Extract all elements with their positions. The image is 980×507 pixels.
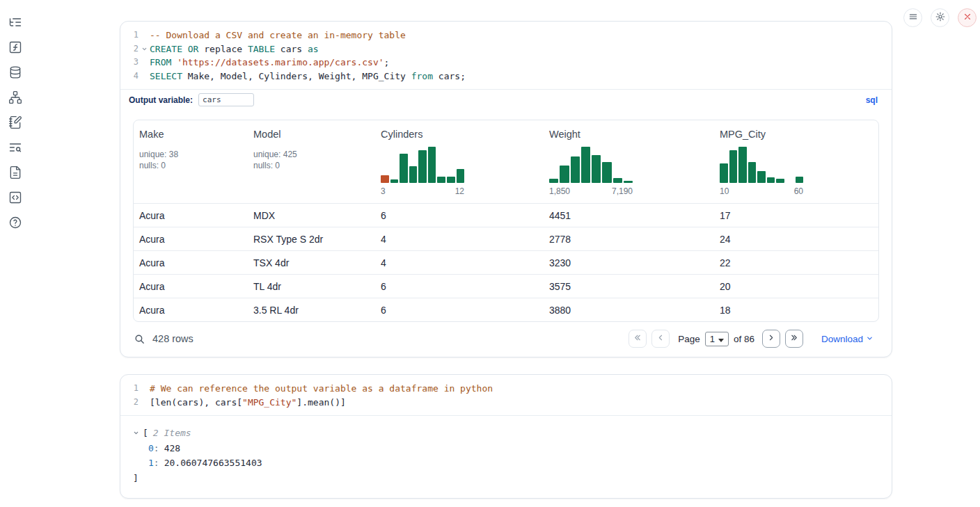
chevron-right-icon: [766, 333, 775, 344]
tree-collapse-icon[interactable]: [133, 430, 143, 436]
histogram-bar[interactable]: [613, 178, 622, 183]
dependency-graph-icon[interactable]: [7, 89, 24, 106]
column-name: Model: [253, 129, 370, 140]
download-button[interactable]: Download: [821, 334, 874, 344]
datasources-icon[interactable]: [7, 64, 24, 81]
table-body: AcuraMDX6445117AcuraRSX Type S 2dr427782…: [134, 203, 878, 321]
histogram-bar[interactable]: [738, 147, 747, 183]
table-cell: 3575: [544, 275, 714, 298]
next-page-button[interactable]: [762, 330, 780, 348]
table-cell: 24: [714, 227, 878, 250]
histogram-bar[interactable]: [767, 177, 775, 183]
table-row[interactable]: Acura3.5 RL 4dr6388018: [134, 298, 878, 321]
code-line[interactable]: 2CREATE OR replace TABLE cars as: [120, 42, 892, 56]
table-row[interactable]: AcuraRSX Type S 2dr4277824: [134, 227, 878, 250]
histogram-bar[interactable]: [457, 169, 465, 183]
output-variable-input[interactable]: [198, 93, 254, 106]
tree-open-bracket: [: [143, 426, 148, 441]
fold-chevron-icon[interactable]: [139, 42, 150, 56]
histogram-bar[interactable]: [602, 162, 611, 183]
help-icon[interactable]: [7, 214, 24, 231]
sql-code-editor[interactable]: 1-- Download a CSV and create an in-memo…: [120, 22, 892, 89]
histogram-bar[interactable]: [437, 177, 445, 183]
histogram-bar[interactable]: [720, 163, 728, 183]
search-icon[interactable]: [134, 333, 145, 345]
histogram-bar[interactable]: [729, 150, 738, 183]
table-row[interactable]: AcuraTL 4dr6357520: [134, 274, 878, 298]
chevrons-right-icon: [789, 333, 798, 344]
python-code-editor[interactable]: 1# We can reference the output variable …: [120, 375, 892, 415]
histogram-bar[interactable]: [418, 150, 427, 183]
code-text: -- Download a CSV and create an in-memor…: [150, 29, 406, 42]
first-page-button[interactable]: [629, 330, 647, 348]
code-line[interactable]: 4SELECT Make, Model, Cylinders, Weight, …: [120, 70, 892, 83]
documentation-icon[interactable]: [7, 164, 24, 181]
column-histogram[interactable]: 1060: [720, 147, 873, 196]
menu-button[interactable]: [903, 8, 922, 27]
python-cell: 1# We can reference the output variable …: [120, 374, 892, 499]
histogram-min-label: 10: [720, 186, 729, 196]
table-cell: RSX Type S 2dr: [248, 227, 375, 250]
logs-icon[interactable]: [7, 139, 24, 156]
histogram-bar[interactable]: [381, 175, 389, 183]
histogram-bar[interactable]: [796, 177, 804, 183]
menu-icon: [908, 12, 918, 24]
column-histogram[interactable]: 1,8507,190: [549, 147, 709, 196]
table-cell: Acura: [134, 298, 248, 321]
histogram-bar[interactable]: [624, 181, 633, 183]
output-variable-row: Output variable: sql: [120, 89, 892, 110]
python-output: [ 2 Items 0:428 1:20.060747663551403 ]: [120, 415, 892, 498]
code-line[interactable]: 3FROM 'https://datasets.marimo.app/cars.…: [120, 56, 892, 70]
code-line[interactable]: 1-- Download a CSV and create an in-memo…: [120, 29, 892, 42]
table-cell: 4451: [544, 204, 714, 227]
histogram-axis: 1,8507,190: [549, 186, 633, 196]
histogram-bar[interactable]: [757, 171, 766, 183]
column-header-make[interactable]: Makeunique: 38nulls: 0: [134, 120, 248, 203]
column-header-cylinders[interactable]: Cylinders312: [375, 120, 544, 203]
variables-icon[interactable]: [7, 39, 24, 56]
table-cell: MDX: [248, 204, 375, 227]
histogram-bar[interactable]: [549, 179, 558, 183]
table-cell: 2778: [544, 227, 714, 250]
column-header-mpg_city[interactable]: MPG_City1060: [714, 120, 878, 203]
column-header-weight[interactable]: Weight1,8507,190: [544, 120, 714, 203]
settings-button[interactable]: [931, 8, 949, 27]
histogram-bar[interactable]: [560, 166, 569, 183]
histogram-bar[interactable]: [400, 154, 408, 183]
snippets-icon[interactable]: [7, 189, 24, 206]
fold-gutter: [139, 382, 150, 396]
code-text: CREATE OR replace TABLE cars as: [150, 42, 319, 56]
line-number: 1: [120, 29, 139, 42]
chevron-left-icon: [656, 333, 665, 344]
histogram-axis: 1060: [720, 186, 803, 196]
histogram-bar[interactable]: [592, 155, 601, 183]
histogram-bar[interactable]: [748, 162, 757, 183]
line-number: 4: [120, 70, 139, 83]
page-select[interactable]: 1: [705, 332, 729, 346]
histogram-bar[interactable]: [428, 147, 436, 183]
histogram-bar[interactable]: [581, 147, 590, 183]
language-badge[interactable]: sql: [866, 95, 878, 105]
column-histogram[interactable]: 312: [381, 147, 538, 196]
histogram-bar[interactable]: [776, 179, 784, 183]
histogram-bar[interactable]: [447, 177, 455, 183]
code-text: # We can reference the output variable a…: [150, 382, 493, 396]
column-header-model[interactable]: Modelunique: 425nulls: 0: [248, 120, 375, 203]
table-row[interactable]: AcuraTSX 4dr4323022: [134, 250, 878, 274]
tree-entry-colon: :: [154, 456, 159, 471]
last-page-button[interactable]: [785, 330, 803, 348]
fold-gutter: [139, 396, 150, 410]
histogram-bar[interactable]: [390, 179, 399, 183]
close-button[interactable]: [958, 8, 977, 27]
table-cell: 3230: [544, 251, 714, 274]
code-line[interactable]: 1# We can reference the output variable …: [120, 382, 892, 396]
histogram-bar[interactable]: [571, 156, 580, 183]
file-explorer-icon[interactable]: [7, 14, 24, 31]
table-row[interactable]: AcuraMDX6445117: [134, 203, 878, 227]
histogram-bars: [720, 147, 803, 183]
code-text: [len(cars), cars["MPG_City"].mean()]: [150, 396, 346, 410]
histogram-bar[interactable]: [409, 166, 418, 183]
prev-page-button[interactable]: [651, 330, 670, 348]
scratchpad-icon[interactable]: [7, 114, 24, 131]
code-line[interactable]: 2[len(cars), cars["MPG_City"].mean()]: [120, 396, 892, 410]
